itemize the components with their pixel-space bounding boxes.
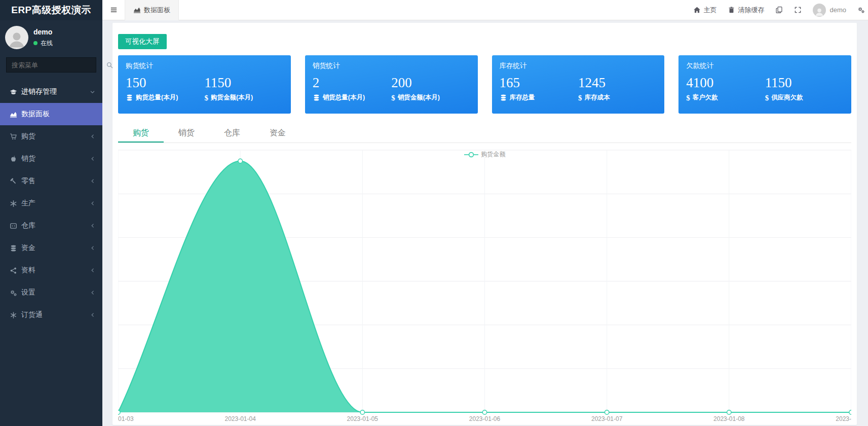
avatar[interactable] [5, 26, 28, 49]
menu-search [6, 57, 96, 73]
card-title: 欠款统计 [686, 61, 844, 70]
sidebar-item-3[interactable]: 销货 [0, 148, 102, 170]
metric-label: 库存总量 [510, 93, 535, 102]
menu-toggle-button[interactable] [102, 0, 125, 20]
sidebar-item-label: 设置 [21, 288, 35, 297]
stat-card-1: 销货统计 2 销货总量(本月) 200 $ 销货金额(本月) [305, 55, 478, 114]
area-chart: 2023-01-032023-01-042023-01-052023-01-06… [118, 143, 851, 425]
metric-label: 销货金额(本月) [398, 93, 440, 102]
metric-label: 供应商欠款 [771, 93, 803, 102]
area-chart-icon [7, 111, 19, 118]
tab-label: 数据面板 [144, 6, 170, 15]
sidebar-item-7[interactable]: 资金 [0, 237, 102, 259]
sidebar-menu: 进销存管理数据面板购货销货零售生产仓库资金资料设置订货通 [0, 81, 102, 326]
graduation-cap-icon [7, 88, 19, 96]
database-icon [126, 94, 133, 101]
svg-text:2023-01-08: 2023-01-08 [713, 415, 745, 422]
copy-icon[interactable] [775, 6, 783, 14]
dollar-icon: $ [765, 95, 769, 101]
sidebar-item-6[interactable]: 仓库 [0, 215, 102, 237]
gavel-icon [7, 178, 19, 185]
sidebar-item-label: 销货 [21, 154, 35, 163]
metric-value: 1150 [204, 75, 283, 91]
legend-label: 购货金额 [481, 150, 506, 159]
sidebar-item-label: 数据面板 [21, 110, 50, 119]
app-title: ERP高级授权演示 [0, 0, 102, 20]
card-metric: 2 销货总量(本月) [313, 75, 391, 102]
stat-card-2: 库存统计 165 库存总量 1245 $ 库存成本 [492, 55, 665, 114]
dollar-icon: $ [391, 95, 395, 101]
online-dot-icon [33, 41, 37, 45]
card-metric: 1245 $ 库存成本 [578, 75, 657, 102]
metric-value: 1245 [578, 75, 657, 91]
svg-text:2023-01-06: 2023-01-06 [469, 415, 501, 422]
home-icon [693, 6, 701, 14]
search-input[interactable] [7, 61, 106, 69]
tab-dashboard[interactable]: 数据面板 [125, 0, 179, 20]
sidebar-item-8[interactable]: 资料 [0, 259, 102, 281]
stat-card-3: 欠款统计 4100 $ 客户欠款 1150 $ 供应商欠款 [678, 55, 851, 114]
legend-item[interactable]: 购货金额 [464, 150, 506, 159]
expand-icon[interactable] [794, 6, 802, 14]
sidebar-item-1[interactable]: 数据面板 [0, 103, 102, 125]
user-status: 在线 [33, 39, 53, 48]
svg-text:2023-01-07: 2023-01-07 [591, 415, 623, 422]
search-icon[interactable] [106, 61, 114, 69]
chevron-left-icon [90, 179, 95, 184]
metric-value: 150 [126, 75, 204, 91]
svg-text:2023-01-04: 2023-01-04 [225, 415, 256, 422]
dollar-icon: $ [204, 95, 208, 101]
warehouse-icon [7, 222, 19, 230]
dashboard-panel: 可视化大屏 购货统计 150 购货总量(本月) 1150 $ 购货金额(本月) … [112, 23, 857, 425]
clear-cache-button[interactable]: 清除缓存 [728, 6, 764, 15]
sidebar-item-10[interactable]: 订货通 [0, 304, 102, 326]
metric-value: 4100 [686, 75, 765, 91]
metric-label: 购货总量(本月) [136, 93, 178, 102]
chevron-left-icon [90, 268, 95, 273]
tab-2[interactable]: 仓库 [209, 125, 255, 143]
tab-0[interactable]: 购货 [118, 125, 164, 143]
sidebar-item-2[interactable]: 购货 [0, 125, 102, 148]
big-screen-button[interactable]: 可视化大屏 [118, 34, 167, 49]
avatar [813, 4, 826, 17]
cart-icon [7, 133, 19, 140]
database-icon [7, 244, 19, 252]
database-icon [500, 94, 507, 101]
sidebar-item-label: 购货 [21, 132, 35, 141]
chevron-left-icon [90, 156, 95, 161]
sidebar-item-9[interactable]: 设置 [0, 281, 102, 304]
tab-3[interactable]: 资金 [255, 125, 300, 143]
gears-icon[interactable] [857, 6, 865, 14]
chevron-left-icon [90, 245, 95, 251]
database-icon [313, 94, 320, 101]
gears-icon [7, 289, 19, 297]
user-icon [7, 29, 27, 49]
metric-label: 库存成本 [584, 93, 610, 102]
user-panel: demo 在线 [0, 20, 102, 53]
user-menu[interactable]: demo [813, 4, 846, 17]
card-title: 购货统计 [126, 61, 283, 70]
metric-value: 2 [313, 75, 391, 91]
home-button[interactable]: 主页 [693, 6, 716, 15]
sidebar-item-label: 零售 [21, 176, 35, 186]
topbar: 数据面板 主页 清除缓存 demo [102, 0, 868, 20]
sidebar: ERP高级授权演示 demo 在线 进销存管理数据面板购货销货零售生产仓库资金资… [0, 0, 102, 426]
chevron-left-icon [90, 134, 95, 139]
snowflake-icon [7, 311, 19, 319]
tab-1[interactable]: 销货 [164, 125, 209, 143]
dollar-icon: $ [686, 95, 690, 101]
apple-icon [7, 155, 19, 163]
sidebar-item-4[interactable]: 零售 [0, 170, 102, 192]
chart-tabs: 购货销货仓库资金 [118, 125, 851, 143]
sidebar-item-label: 仓库 [21, 221, 35, 230]
sidebar-item-0[interactable]: 进销存管理 [0, 81, 102, 103]
chevron-left-icon [90, 223, 95, 228]
card-title: 库存统计 [500, 61, 657, 70]
main-content: 可视化大屏 购货统计 150 购货总量(本月) 1150 $ 购货金额(本月) … [102, 20, 868, 426]
card-metric: 1150 $ 供应商欠款 [765, 75, 844, 102]
stat-card-0: 购货统计 150 购货总量(本月) 1150 $ 购货金额(本月) [118, 55, 291, 114]
sidebar-item-label: 资料 [21, 266, 35, 275]
sidebar-item-5[interactable]: 生产 [0, 192, 102, 215]
card-metric: 165 库存总量 [500, 75, 578, 102]
card-metric: 1150 $ 购货金额(本月) [204, 75, 283, 102]
